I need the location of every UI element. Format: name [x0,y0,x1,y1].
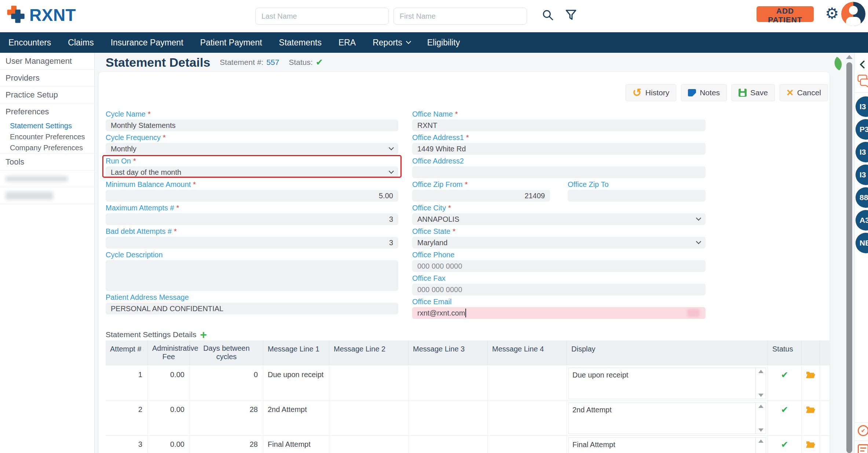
office-state-select[interactable]: Maryland [412,237,706,248]
rxnt-logo[interactable]: RXNT [6,4,76,26]
minimum-balance-input[interactable]: 5.00 [106,190,398,202]
cell-fee[interactable]: 0.00 [148,436,190,453]
cell-message-1[interactable]: 2nd Attempt [263,401,329,435]
cell-message-2[interactable] [329,366,409,401]
spinner-down-icon[interactable] [758,394,763,397]
cell-folder[interactable] [802,401,820,435]
first-name-input[interactable] [393,8,527,25]
filter-icon[interactable] [565,9,577,23]
cell-folder[interactable] [802,436,820,453]
cycle-name-input[interactable]: Monthly Statements [106,119,398,131]
page-title-row: Statement Details Statement #: 557 Statu… [106,53,323,72]
office-zip-to-input[interactable] [568,190,706,202]
cell-display[interactable]: Final Attempt [567,436,768,453]
cell-days[interactable]: 28 [190,436,263,453]
nav-item[interactable]: Claims [59,32,102,53]
rail-badge[interactable]: I3 [856,165,868,185]
nav-item[interactable]: Reports [364,32,419,53]
cell-message-3[interactable] [409,436,488,453]
nav-item[interactable]: Eligibility [419,32,468,53]
check-circle-icon[interactable] [858,425,868,436]
cell-message-1[interactable]: Final Attempt [263,436,329,453]
cell-attempt[interactable]: 2 [106,401,148,435]
cell-message-4[interactable] [488,436,567,453]
cycle-frequency-select[interactable]: Monthly [106,143,398,155]
nav-item[interactable]: Encounters [0,32,59,53]
notes-button[interactable]: Notes [681,84,727,101]
nav-item[interactable]: Patient Payment [192,32,271,53]
add-patient-button[interactable]: ADD PATIENT [757,6,814,22]
cell-fee[interactable]: 0.00 [148,366,190,401]
cycle-description-textarea[interactable] [106,260,398,291]
collapse-chevron-icon[interactable] [859,60,865,70]
cell-message-3[interactable] [409,401,488,435]
gear-icon[interactable] [825,6,839,21]
sidebar-item-user-management[interactable]: User Management [0,53,94,70]
form-icon[interactable] [858,444,868,453]
save-button[interactable]: Save [732,84,775,101]
cell-message-4[interactable] [488,401,567,435]
office-phone-input[interactable]: 000 000 0000 [412,260,706,272]
office-name-input[interactable]: RXNT [412,119,706,131]
history-button[interactable]: History [626,84,676,101]
bad-debt-attempts-input[interactable]: 3 [106,237,398,248]
nav-item[interactable]: Insurance Payment [102,32,192,53]
sidebar-item-redacted[interactable] [0,170,94,187]
cell-attempt[interactable]: 1 [106,366,148,401]
spinner-down-icon[interactable] [758,428,763,432]
cell-message-3[interactable] [409,366,488,401]
sidebar-item-providers[interactable]: Providers [0,70,94,86]
sidebar-item-tools[interactable]: Tools [0,154,94,170]
sidebar-item-redacted[interactable] [0,187,94,204]
maximum-attempts-input[interactable]: 3 [106,213,398,225]
rail-badge[interactable]: NE [856,233,868,253]
col-days-between-cycles: Days between cycles [190,340,263,365]
spinner-up-icon[interactable] [758,439,763,443]
cancel-button[interactable]: Cancel [780,84,828,101]
sidebar-item-preferences[interactable]: Preferences [0,103,94,120]
rail-badge[interactable]: 88 [856,187,868,208]
last-name-input[interactable] [255,8,389,25]
vertical-scrollbar[interactable] [844,53,854,453]
scroll-up-icon[interactable] [846,55,853,59]
office-email-input[interactable]: rxnt@rxnt.com [412,307,706,319]
cell-folder[interactable] [802,366,820,401]
avatar[interactable] [841,2,865,26]
cell-message-1[interactable]: Due upon receipt [263,366,329,401]
patient-address-message-input[interactable]: PERSONAL AND CONFIDENTIAL [106,303,398,314]
sidebar-item-statement-settings[interactable]: Statement Settings [0,120,94,131]
rail-badge[interactable]: P3 [856,119,868,140]
cell-message-2[interactable] [329,401,409,435]
add-detail-button[interactable] [200,331,207,338]
cell-days[interactable]: 28 [190,401,263,435]
sidebar-item-company-preferences[interactable]: Company Preferences [0,142,94,153]
office-address2-input[interactable] [412,166,706,178]
rail-badge[interactable]: A3 [856,210,868,231]
office-fax-input[interactable]: 000 000 0000 [412,284,706,295]
cell-message-4[interactable] [488,366,567,401]
cell-display[interactable]: Due upon receipt [567,366,768,401]
sidebar-item-encounter-preferences[interactable]: Encounter Preferences [0,131,94,142]
spinner-up-icon[interactable] [758,370,763,373]
cell-fee[interactable]: 0.00 [148,401,190,435]
chat-icon[interactable] [857,74,868,89]
office-zip-from-input[interactable]: 21409 [412,190,550,202]
field-label: Run On [106,157,131,165]
office-city-select[interactable]: ANNAPOLIS [412,213,706,225]
cell-days[interactable]: 0 [190,366,263,401]
cell-attempt[interactable]: 3 [106,436,148,453]
office-address1-input[interactable]: 1449 White Rd [412,143,706,155]
save-label: Save [750,88,768,97]
sidebar-item-practice-setup[interactable]: Practice Setup [0,86,94,103]
search-icon[interactable] [542,9,554,23]
field-office-email: Office Email rxnt@rxnt.com [412,298,706,319]
spinner-up-icon[interactable] [758,405,763,408]
nav-item[interactable]: Statements [271,32,330,53]
run-on-select[interactable]: Last day of the month [106,166,398,178]
rail-badge[interactable]: I3 [856,142,868,162]
cell-display[interactable]: 2nd Attempt [567,401,768,435]
cell-message-2[interactable] [329,436,409,453]
rail-badge[interactable]: I3 [856,96,868,117]
scrollbar-thumb[interactable] [846,62,852,453]
nav-item[interactable]: ERA [330,32,364,53]
